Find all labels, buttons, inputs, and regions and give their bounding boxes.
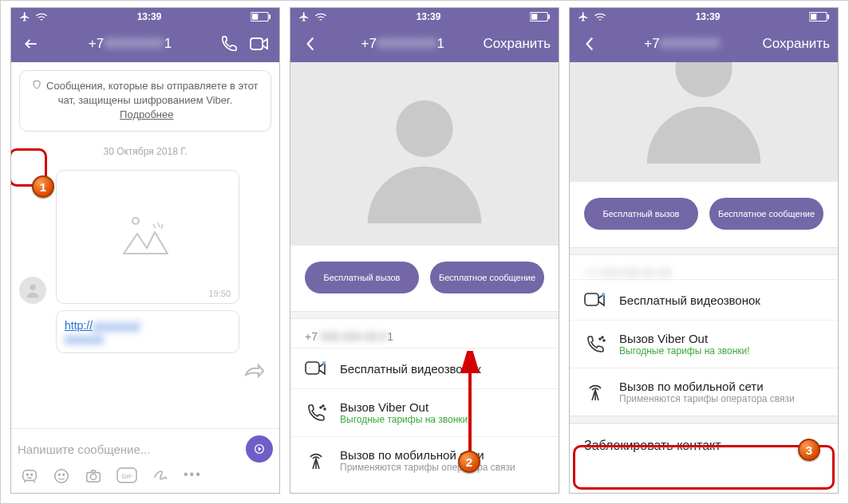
contact-header: +7000000001 Сохранить	[290, 26, 559, 62]
section-separator	[290, 311, 559, 319]
section-separator	[570, 247, 838, 255]
chat-title[interactable]: +7000000001	[49, 36, 211, 52]
sticker-icon[interactable]	[21, 467, 38, 488]
airplane-mode-icon	[19, 11, 30, 22]
status-time: 13:39	[417, 11, 441, 22]
avatar-placeholder-icon	[349, 78, 500, 230]
option-mobile-call[interactable]: Вызов по мобильной сети Применяются тари…	[290, 436, 559, 484]
chat-area[interactable]: Сообщения, которые вы отправляете в этот…	[11, 62, 279, 428]
svg-point-22	[322, 361, 326, 364]
option-label: Вызов по мобильной сети	[619, 380, 795, 393]
airplane-mode-icon	[298, 11, 310, 22]
svg-point-4	[30, 284, 35, 289]
compose-bar: GIF •••	[11, 428, 279, 493]
svg-rect-3	[251, 38, 263, 49]
phone-number: +7 000 000-00-01	[290, 319, 559, 348]
wifi-icon	[35, 12, 48, 22]
doodle-icon[interactable]	[152, 467, 169, 488]
camera-icon[interactable]	[85, 467, 102, 488]
compose-input[interactable]	[18, 443, 239, 456]
title-prefix: +7	[89, 36, 104, 51]
option-label: Вызов Viber Out	[340, 400, 471, 414]
status-bar: 13:39	[11, 8, 279, 26]
video-call-icon	[305, 360, 327, 377]
option-subtext: Применяются тарифы оператора связи	[619, 393, 795, 404]
phone-screen-1: 13:39 +7000000001 Сообщения, которые вы …	[10, 7, 280, 494]
status-bar: 13:39	[290, 8, 559, 26]
link-message-bubble[interactable]: http://xxxxxxxx/xxxxxxx	[56, 310, 239, 353]
svg-point-23	[320, 407, 322, 408]
contact-title: +700000000	[608, 36, 756, 52]
forward-icon[interactable]	[244, 364, 265, 383]
option-free-video-call[interactable]: Бесплатный видеозвонок	[290, 348, 559, 388]
svg-point-11	[58, 474, 60, 475]
svg-rect-2	[269, 14, 270, 19]
svg-rect-31	[585, 293, 598, 305]
viber-out-icon	[584, 334, 606, 355]
sender-avatar[interactable]	[19, 277, 46, 304]
status-time: 13:39	[696, 11, 721, 22]
block-contact-row[interactable]: Заблокировать контакт	[570, 423, 838, 467]
airplane-mode-icon	[578, 11, 589, 22]
option-subtext: Выгодные тарифы на звонки!	[340, 414, 471, 425]
emoji-icon[interactable]	[53, 467, 70, 488]
option-mobile-call[interactable]: Вызов по мобильной сети Применяются тари…	[570, 368, 838, 415]
gif-icon[interactable]: GIF	[116, 467, 137, 488]
option-viber-out[interactable]: Вызов Viber Out Выгодные тарифы на звонк…	[290, 388, 559, 436]
cta-row: Бесплатный вызов Бесплатное сообщение	[290, 246, 559, 311]
cta-row: Бесплатный вызов Бесплатное сообщение	[570, 182, 838, 247]
voice-call-button[interactable]	[217, 32, 241, 56]
option-viber-out[interactable]: Вызов Viber Out Выгодные тарифы на звонк…	[570, 320, 838, 368]
more-icon[interactable]: •••	[184, 467, 202, 488]
send-button[interactable]	[246, 435, 273, 463]
svg-point-30	[675, 62, 732, 97]
svg-point-10	[55, 470, 69, 483]
title-suffix: 1	[164, 36, 172, 51]
contact-title: +7000000001	[329, 36, 477, 52]
free-call-button[interactable]: Бесплатный вызов	[305, 262, 419, 293]
encryption-more-link[interactable]: Подробнее	[120, 108, 173, 120]
svg-point-32	[602, 293, 605, 296]
option-label: Бесплатный видеозвонок	[619, 293, 760, 307]
chat-header: +7000000001	[11, 26, 279, 62]
contact-header: +700000000 Сохранить	[570, 26, 838, 62]
svg-point-35	[603, 340, 605, 341]
svg-rect-29	[827, 14, 829, 19]
svg-point-25	[324, 408, 326, 410]
svg-point-14	[90, 474, 96, 479]
contact-avatar-area	[570, 62, 838, 182]
battery-icon	[809, 12, 830, 22]
svg-rect-1	[252, 14, 258, 19]
free-call-button[interactable]: Бесплатный вызов	[584, 198, 698, 230]
free-message-button[interactable]: Бесплатное сообщение	[430, 262, 544, 293]
wifi-icon	[314, 12, 327, 22]
option-label: Бесплатный видеозвонок	[340, 362, 481, 376]
phone-screen-3: 13:39 +700000000 Сохранить Бесплатный вы…	[569, 7, 839, 494]
chat-date: 30 Октября 2018 Г.	[19, 146, 271, 157]
video-call-button[interactable]	[247, 32, 271, 56]
battery-icon	[530, 12, 551, 22]
back-button[interactable]	[298, 32, 322, 56]
battery-icon	[251, 12, 271, 22]
avatar-placeholder-icon	[628, 62, 780, 170]
back-button[interactable]	[578, 32, 602, 56]
svg-rect-18	[531, 14, 537, 19]
free-message-button[interactable]: Бесплатное сообщение	[709, 198, 823, 230]
svg-point-33	[599, 338, 601, 340]
image-message-bubble[interactable]: 19:50	[56, 170, 239, 304]
svg-rect-19	[548, 14, 550, 19]
video-call-icon	[584, 291, 606, 309]
cell-tower-icon	[584, 382, 606, 403]
option-free-video-call[interactable]: Бесплатный видеозвонок	[570, 279, 838, 320]
phone-screen-2: 13:39 +7000000001 Сохранить Бесплатный в…	[290, 7, 559, 494]
svg-text:GIF: GIF	[121, 473, 132, 480]
back-button[interactable]	[19, 32, 43, 56]
save-button[interactable]: Сохранить	[484, 36, 551, 52]
svg-rect-21	[306, 362, 319, 374]
option-label: Вызов Viber Out	[619, 332, 750, 345]
save-button[interactable]: Сохранить	[763, 36, 830, 52]
svg-rect-7	[23, 471, 37, 481]
shield-icon	[32, 80, 45, 92]
message-link[interactable]: http://xxxxxxxx/xxxxxxx	[65, 319, 140, 345]
status-bar: 13:39	[570, 8, 838, 26]
